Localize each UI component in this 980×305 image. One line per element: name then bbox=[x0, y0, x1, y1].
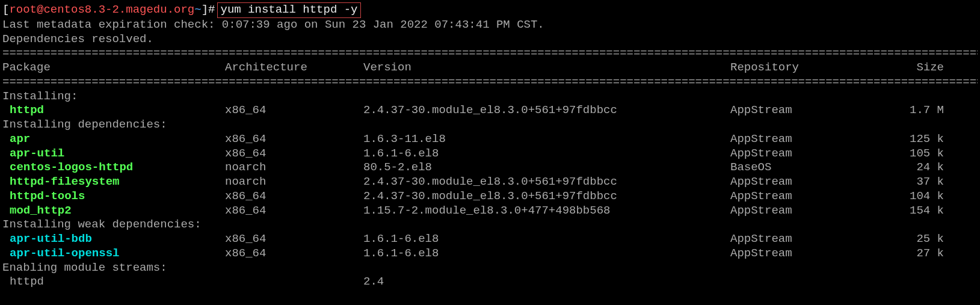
header-architecture: Architecture bbox=[225, 61, 363, 75]
pkg-version: 1.6.1-6.el8 bbox=[363, 147, 730, 161]
pkg-version: 1.6.1-6.el8 bbox=[363, 247, 730, 261]
cwd-tilde: ~ bbox=[194, 3, 201, 17]
pkg-arch: x86_64 bbox=[225, 189, 363, 204]
header-package: Package bbox=[2, 61, 225, 75]
section-installing: Installing: bbox=[2, 90, 978, 104]
table-row: centos-logos-httpd noarch 80.5-2.el8 Bas… bbox=[2, 161, 978, 175]
pkg-arch: x86_64 bbox=[225, 147, 363, 161]
pkg-arch: x86_64 bbox=[225, 232, 363, 247]
table-row: httpd-filesystem noarch 2.4.37-30.module… bbox=[2, 175, 978, 189]
module-repo bbox=[730, 275, 896, 289]
pkg-repo: BaseOS bbox=[730, 161, 896, 175]
table-row: apr x86_64 1.6.3-11.el8 AppStream 125 k bbox=[2, 132, 978, 147]
pkg-version: 2.4.37-30.module_el8.3.0+561+97fdbbcc bbox=[363, 103, 730, 118]
pkg-repo: AppStream bbox=[730, 189, 896, 204]
shell-prompt[interactable]: [root@centos8.3-2.magedu.org ~]# yum ins… bbox=[2, 2, 978, 18]
pkg-arch: x86_64 bbox=[225, 204, 363, 218]
divider-mid: ========================================… bbox=[2, 75, 978, 90]
user-host: root@centos8.3-2.magedu.org bbox=[9, 3, 194, 17]
pkg-repo: AppStream bbox=[730, 175, 896, 189]
table-row: apr-util-openssl x86_64 1.6.1-6.el8 AppS… bbox=[2, 247, 978, 261]
pkg-name: httpd bbox=[2, 103, 225, 118]
pkg-size: 1.7 M bbox=[896, 103, 944, 118]
pkg-name: httpd-tools bbox=[2, 189, 225, 204]
pkg-size: 125 k bbox=[896, 132, 944, 147]
pkg-name: apr-util-bdb bbox=[2, 232, 225, 247]
table-row: apr-util x86_64 1.6.1-6.el8 AppStream 10… bbox=[2, 147, 978, 161]
pkg-name: httpd-filesystem bbox=[2, 175, 225, 189]
section-installing-deps: Installing dependencies: bbox=[2, 118, 978, 132]
pkg-repo: AppStream bbox=[730, 103, 896, 118]
pkg-repo: AppStream bbox=[730, 204, 896, 218]
pkg-arch: x86_64 bbox=[225, 132, 363, 147]
pkg-version: 2.4.37-30.module_el8.3.0+561+97fdbbcc bbox=[363, 175, 730, 189]
pkg-name: apr-util bbox=[2, 147, 225, 161]
header-repository: Repository bbox=[730, 61, 896, 75]
pkg-arch: noarch bbox=[225, 161, 363, 175]
module-version: 2.4 bbox=[363, 275, 730, 289]
pkg-size: 154 k bbox=[896, 204, 944, 218]
pkg-version: 1.15.7-2.module_el8.3.0+477+498bb568 bbox=[363, 204, 730, 218]
pkg-size: 24 k bbox=[896, 161, 944, 175]
command-text: yum install httpd -y bbox=[220, 3, 357, 16]
header-version: Version bbox=[363, 61, 730, 75]
prompt-hash: # bbox=[208, 3, 215, 17]
pkg-repo: AppStream bbox=[730, 132, 896, 147]
deps-resolved-line: Dependencies resolved. bbox=[2, 32, 978, 47]
bracket-close: ] bbox=[202, 3, 208, 17]
pkg-version: 80.5-2.el8 bbox=[363, 161, 730, 175]
pkg-version: 1.6.3-11.el8 bbox=[363, 132, 730, 147]
section-enabling-modules: Enabling module streams: bbox=[2, 261, 978, 276]
pkg-arch: x86_64 bbox=[225, 247, 363, 261]
pkg-repo: AppStream bbox=[730, 232, 896, 247]
pkg-name: mod_http2 bbox=[2, 204, 225, 218]
section-installing-weak: Installing weak dependencies: bbox=[2, 218, 978, 232]
metadata-line: Last metadata expiration check: 0:07:39 … bbox=[2, 18, 978, 32]
pkg-size: 104 k bbox=[896, 189, 944, 204]
module-arch bbox=[225, 275, 363, 289]
pkg-size: 37 k bbox=[896, 175, 944, 189]
table-row: httpd 2.4 bbox=[2, 275, 978, 289]
pkg-name: centos-logos-httpd bbox=[2, 161, 225, 175]
pkg-version: 1.6.1-6.el8 bbox=[363, 232, 730, 247]
table-row: mod_http2 x86_64 1.15.7-2.module_el8.3.0… bbox=[2, 204, 978, 218]
pkg-version: 2.4.37-30.module_el8.3.0+561+97fdbbcc bbox=[363, 189, 730, 204]
pkg-size: 25 k bbox=[896, 232, 944, 247]
pkg-size: 105 k bbox=[896, 147, 944, 161]
bracket-open: [ bbox=[2, 3, 9, 17]
table-row: httpd x86_64 2.4.37-30.module_el8.3.0+56… bbox=[2, 103, 978, 118]
module-name: httpd bbox=[2, 275, 225, 289]
pkg-arch: x86_64 bbox=[225, 103, 363, 118]
pkg-repo: AppStream bbox=[730, 147, 896, 161]
module-size bbox=[896, 275, 944, 289]
divider-top: ========================================… bbox=[2, 46, 978, 61]
pkg-name: apr-util-openssl bbox=[2, 247, 225, 261]
pkg-size: 27 k bbox=[896, 247, 944, 261]
pkg-arch: noarch bbox=[225, 175, 363, 189]
header-size: Size bbox=[896, 61, 944, 75]
pkg-repo: AppStream bbox=[730, 247, 896, 261]
table-row: httpd-tools x86_64 2.4.37-30.module_el8.… bbox=[2, 189, 978, 204]
table-header-row: Package Architecture Version Repository … bbox=[2, 61, 978, 75]
table-row: apr-util-bdb x86_64 1.6.1-6.el8 AppStrea… bbox=[2, 232, 978, 247]
pkg-name: apr bbox=[2, 132, 225, 147]
command-highlight-box: yum install httpd -y bbox=[217, 2, 360, 18]
